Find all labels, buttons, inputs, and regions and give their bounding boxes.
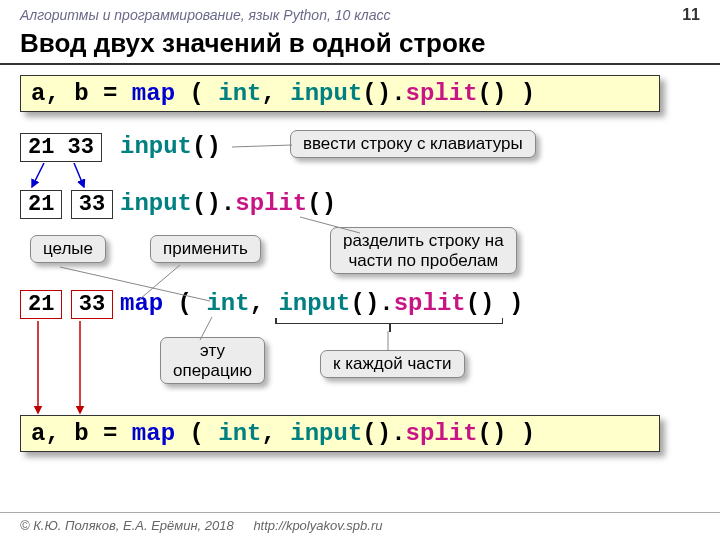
- page-number: 11: [682, 6, 700, 24]
- bubble-split-desc: разделить строку на части по пробелам: [330, 227, 517, 274]
- bubble-apply: применить: [150, 235, 261, 263]
- code-input-split: input().split(): [120, 190, 336, 217]
- svg-line-4: [232, 145, 292, 147]
- bubble-each-part: к каждой части: [320, 350, 465, 378]
- split-arrows: [24, 163, 104, 191]
- box-21-b: 21: [20, 290, 62, 319]
- assign-arrows: [24, 321, 104, 421]
- slide-content: a, b = map ( int, input().split() ) 21 3…: [0, 75, 720, 495]
- box-33-a: 33: [71, 190, 113, 219]
- svg-line-1: [74, 163, 84, 187]
- slide-title: Ввод двух значений в одной строке: [0, 26, 720, 65]
- svg-line-0: [32, 163, 44, 187]
- course-label: Алгоритмы и программирование, язык Pytho…: [20, 7, 390, 23]
- bubble-this-op: эту операцию: [160, 337, 265, 384]
- code-full-top: a, b = map ( int, input().split() ): [20, 75, 660, 112]
- box-33-b: 33: [71, 290, 113, 319]
- box-21-a: 21: [20, 190, 62, 219]
- footer-url[interactable]: http://kpolyakov.spb.ru: [253, 518, 382, 533]
- code-map-line: map ( int, input().split() ): [120, 290, 523, 317]
- footer: © К.Ю. Поляков, Е.А. Ерёмин, 2018 http:/…: [0, 512, 720, 540]
- copyright: © К.Ю. Поляков, Е.А. Ерёмин, 2018: [20, 518, 234, 533]
- bubble-enter-string: ввести строку с клавиатуры: [290, 130, 536, 158]
- bracket-each-part: [275, 323, 503, 331]
- code-full-bottom: a, b = map ( int, input().split() ): [20, 415, 660, 452]
- input-raw: 21 33: [20, 133, 102, 162]
- code-input: input(): [120, 133, 221, 160]
- bubble-integers: целые: [30, 235, 106, 263]
